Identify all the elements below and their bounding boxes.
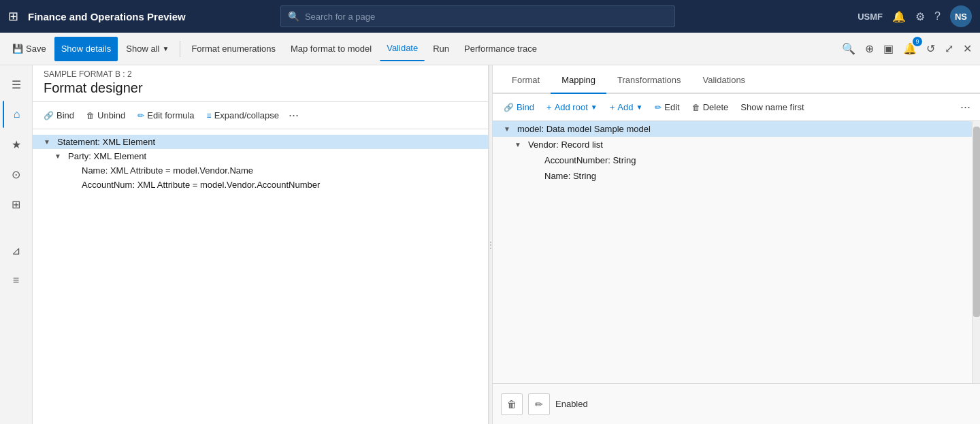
- sidebar-item-hamburger[interactable]: ☰: [3, 71, 30, 98]
- run-button[interactable]: Run: [426, 37, 456, 61]
- mapping-scrollbar[interactable]: [972, 121, 980, 383]
- add-chevron-icon: ▼: [636, 103, 642, 111]
- top-navigation: ⊞ Finance and Operations Preview 🔍 USMF …: [0, 0, 980, 33]
- performance-trace-button[interactable]: Performance trace: [457, 37, 544, 61]
- edit-formula-button[interactable]: ✏ Edit formula: [132, 108, 199, 123]
- mapping-item-vendor[interactable]: ▼ Vendor: Record list: [493, 137, 972, 152]
- toolbar-connect-icon[interactable]: ⊕: [862, 39, 877, 58]
- tree-item-party[interactable]: ▼ Party: XML Element: [33, 149, 488, 163]
- toolbar-open-icon[interactable]: ⤢: [942, 39, 956, 58]
- mapping-scroll-thumb[interactable]: [973, 127, 980, 317]
- search-icon: 🔍: [288, 11, 299, 22]
- format-enumerations-button[interactable]: Format enumerations: [184, 37, 282, 61]
- page-title: Format designer: [44, 80, 477, 96]
- sidebar-item-filter[interactable]: ⊿: [3, 237, 30, 264]
- mapping-add-button[interactable]: + Add ▼: [604, 99, 649, 115]
- save-icon: 💾: [12, 44, 23, 54]
- unbind-button[interactable]: 🗑 Unbind: [81, 108, 131, 123]
- mapping-bottom-bar: 🗑 ✏ Enabled: [493, 383, 980, 424]
- top-nav-right: USMF 🔔 ⚙ ? NS: [858, 5, 972, 27]
- avatar[interactable]: NS: [950, 5, 972, 27]
- mapping-bottom-edit-button[interactable]: ✏: [528, 393, 550, 415]
- map-format-to-model-button[interactable]: Map format to model: [284, 37, 378, 61]
- format-sub-toolbar: 🔗 Bind 🗑 Unbind ✏ Edit formula ≡ Expand/…: [33, 102, 488, 129]
- notification-icon[interactable]: 🔔: [892, 10, 906, 23]
- tab-bar: Format Mapping Transformations Validatio…: [493, 65, 980, 94]
- mapping-item-accountnumber[interactable]: AccountNumber: String: [493, 152, 972, 168]
- company-selector[interactable]: USMF: [858, 12, 883, 22]
- toolbar-badge-icon[interactable]: 🔔9: [900, 39, 919, 58]
- tab-mapping[interactable]: Mapping: [551, 67, 606, 94]
- expand-collapse-button[interactable]: ≡ Expand/collapse: [201, 108, 284, 123]
- expand-icon-vendor[interactable]: ▼: [514, 141, 525, 148]
- toolbar-layout-icon[interactable]: ▣: [881, 39, 896, 58]
- mapping-delete-button[interactable]: 🗑 Delete: [687, 99, 734, 115]
- app-title: Finance and Operations Preview: [28, 11, 186, 22]
- breadcrumb: SAMPLE FORMAT B : 2: [44, 69, 477, 79]
- toolbar-search-icon[interactable]: 🔍: [839, 39, 858, 58]
- toolbar-refresh-icon[interactable]: ↺: [924, 39, 938, 58]
- tab-validations[interactable]: Validations: [691, 67, 756, 94]
- expand-collapse-icon: ≡: [207, 111, 212, 120]
- sub-toolbar-more-icon[interactable]: ···: [286, 108, 301, 123]
- delete-icon: 🗑: [692, 103, 700, 112]
- mapping-toolbar: 🔗 Bind + Add root ▼ + Add ▼ ✏ Edit: [493, 94, 980, 121]
- expand-icon-party[interactable]: ▼: [54, 152, 65, 160]
- tree-item-accountnum[interactable]: AccountNum: XML Attribute = model.Vendor…: [33, 178, 488, 192]
- toolbar-separator-1: [180, 41, 180, 57]
- sidebar: ☰ ⌂ ★ ⊙ ⊞ ⊿ ≡: [0, 65, 33, 424]
- expand-icon-model[interactable]: ▼: [504, 125, 514, 133]
- mapping-bind-icon: 🔗: [504, 103, 514, 112]
- sidebar-item-favorites[interactable]: ★: [3, 131, 30, 158]
- bind-button[interactable]: 🔗 Bind: [38, 108, 80, 123]
- toolbar-close-icon[interactable]: ✕: [960, 39, 975, 58]
- show-name-first-button[interactable]: Show name first: [735, 99, 809, 115]
- main-layout: ☰ ⌂ ★ ⊙ ⊞ ⊿ ≡ SAMPLE FORMAT B : 2 Format…: [0, 65, 980, 424]
- search-bar[interactable]: 🔍: [280, 5, 675, 27]
- sidebar-item-recent[interactable]: ⊙: [3, 161, 30, 188]
- mapping-bottom-delete-button[interactable]: 🗑: [501, 393, 523, 415]
- validate-button[interactable]: Validate: [380, 37, 425, 61]
- show-all-button[interactable]: Show all ▼: [119, 37, 176, 61]
- mapping-content: ▼ model: Data model Sample model ▼ Vendo…: [493, 121, 980, 383]
- edit-formula-icon: ✏: [137, 111, 144, 120]
- main-toolbar: 💾 Save Show details Show all ▼ Format en…: [0, 33, 980, 65]
- right-panel: Format Mapping Transformations Validatio…: [493, 65, 980, 424]
- tree-item-statement[interactable]: ▼ Statement: XML Element: [33, 135, 488, 149]
- expand-icon-statement[interactable]: ▼: [44, 138, 54, 146]
- mapping-edit-button[interactable]: ✏ Edit: [649, 99, 685, 115]
- format-tree: ▼ Statement: XML Element ▼ Party: XML El…: [33, 129, 488, 424]
- save-button[interactable]: 💾 Save: [5, 37, 53, 61]
- mapping-toolbar-more-icon[interactable]: ···: [956, 100, 975, 114]
- add-root-chevron-icon: ▼: [591, 103, 598, 111]
- tab-transformations[interactable]: Transformations: [606, 67, 691, 94]
- sidebar-item-modules[interactable]: ≡: [3, 267, 30, 294]
- trash-icon: 🗑: [507, 399, 517, 410]
- toolbar-right: 🔍 ⊕ ▣ 🔔9 ↺ ⤢ ✕: [839, 39, 975, 58]
- tree-item-name[interactable]: Name: XML Attribute = model.Vendor.Name: [33, 163, 488, 178]
- bind-icon: 🔗: [44, 111, 54, 120]
- panel-header: SAMPLE FORMAT B : 2 Format designer: [33, 65, 488, 102]
- settings-icon[interactable]: ⚙: [915, 10, 925, 23]
- show-details-button[interactable]: Show details: [54, 37, 118, 61]
- sidebar-item-workspaces[interactable]: ⊞: [3, 191, 30, 218]
- unbind-icon: 🗑: [86, 111, 95, 120]
- search-input[interactable]: [305, 12, 668, 22]
- show-all-chevron-icon: ▼: [163, 45, 169, 52]
- content-area: SAMPLE FORMAT B : 2 Format designer 🔗 Bi…: [33, 65, 980, 424]
- mapping-tree: ▼ model: Data model Sample model ▼ Vendo…: [493, 121, 972, 383]
- plus-icon-add: +: [610, 102, 615, 112]
- mapping-bind-button[interactable]: 🔗 Bind: [498, 99, 540, 115]
- edit-icon: ✏: [655, 103, 662, 112]
- mapping-item-model[interactable]: ▼ model: Data model Sample model: [493, 121, 972, 137]
- mapping-add-root-button[interactable]: + Add root ▼: [541, 99, 603, 115]
- mapping-item-name[interactable]: Name: String: [493, 168, 972, 184]
- sidebar-item-home[interactable]: ⌂: [3, 101, 30, 128]
- grid-icon[interactable]: ⊞: [8, 9, 18, 24]
- left-panel: SAMPLE FORMAT B : 2 Format designer 🔗 Bi…: [33, 65, 489, 424]
- help-icon[interactable]: ?: [934, 10, 941, 22]
- tab-format[interactable]: Format: [501, 67, 551, 94]
- plus-icon-root: +: [546, 102, 552, 112]
- pencil-icon: ✏: [535, 399, 543, 410]
- enabled-label: Enabled: [555, 399, 588, 409]
